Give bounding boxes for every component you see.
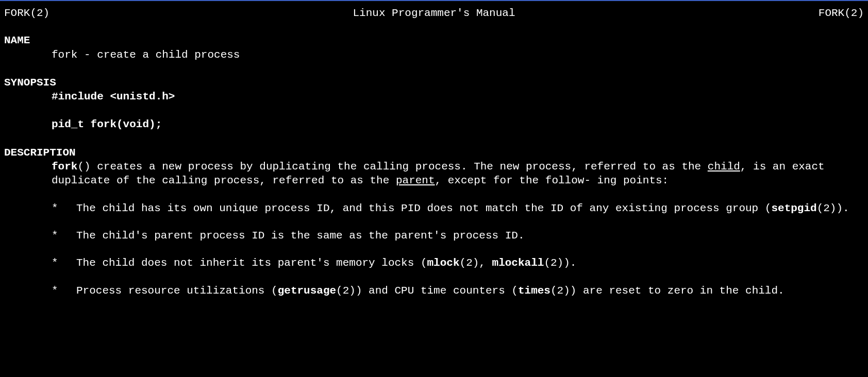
bullet-text: The child does not inherit its parent's … <box>76 256 864 270</box>
b0-pre: The child has its own unique process ID,… <box>76 202 771 214</box>
b3-pre: Process resource utilizations ( <box>76 285 278 297</box>
bullet-item: * The child has its own unique process I… <box>4 201 864 215</box>
b3-mid1: (2)) and CPU time counters ( <box>336 285 518 297</box>
section-heading-description: DESCRIPTION <box>4 146 864 160</box>
b2-pre: The child does not inherit its parent's … <box>76 257 427 269</box>
bullet-item: * Process resource utilizations (getrusa… <box>4 284 864 298</box>
b2-post: (2)). <box>544 257 576 269</box>
b2-bold1: mlock <box>427 257 460 269</box>
synopsis-decl: pid_t fork(void); <box>4 117 864 131</box>
section-heading-name: NAME <box>4 33 864 47</box>
b0-bold1: setpgid <box>771 202 816 214</box>
b3-bold2: times <box>518 285 550 297</box>
b2-mid1: (2), <box>460 257 492 269</box>
bullet-marker: * <box>52 284 76 298</box>
name-text: fork - create a child process <box>4 48 864 62</box>
section-heading-synopsis: SYNOPSIS <box>4 76 864 90</box>
b0-post: (2)). <box>817 202 849 214</box>
manpage-header: FORK(2) Linux Programmer's Manual FORK(2… <box>4 6 864 20</box>
bullet-marker: * <box>52 201 76 215</box>
header-center: Linux Programmer's Manual <box>353 6 515 20</box>
b3-post: (2)) are reset to zero in the child. <box>550 285 784 297</box>
bullet-marker: * <box>52 229 76 243</box>
b3-bold1: getrusage <box>278 285 336 297</box>
desc-p1a: () creates a new process by duplicating … <box>77 161 707 173</box>
description-intro: fork() creates a new process by duplicat… <box>4 160 864 188</box>
b2-bold2: mlockall <box>492 257 544 269</box>
b1-pre: The child's parent process ID is the sam… <box>76 230 525 242</box>
bullet-text: The child has its own unique process ID,… <box>76 201 864 215</box>
bullet-text: The child's parent process ID is the sam… <box>76 229 864 243</box>
header-right: FORK(2) <box>819 6 864 20</box>
desc-fork-bold: fork <box>52 161 77 173</box>
desc-child-term: child <box>708 161 740 173</box>
synopsis-include: #include <unistd.h> <box>4 90 864 104</box>
bullet-item: * The child does not inherit its parent'… <box>4 256 864 270</box>
desc-p1c: , except for the follow‐ ing points: <box>435 175 669 186</box>
bullet-marker: * <box>52 256 76 270</box>
header-left: FORK(2) <box>4 6 49 20</box>
bullet-item: * The child's parent process ID is the s… <box>4 229 864 243</box>
bullet-text: Process resource utilizations (getrusage… <box>76 284 864 298</box>
desc-parent-term: parent <box>396 175 435 186</box>
